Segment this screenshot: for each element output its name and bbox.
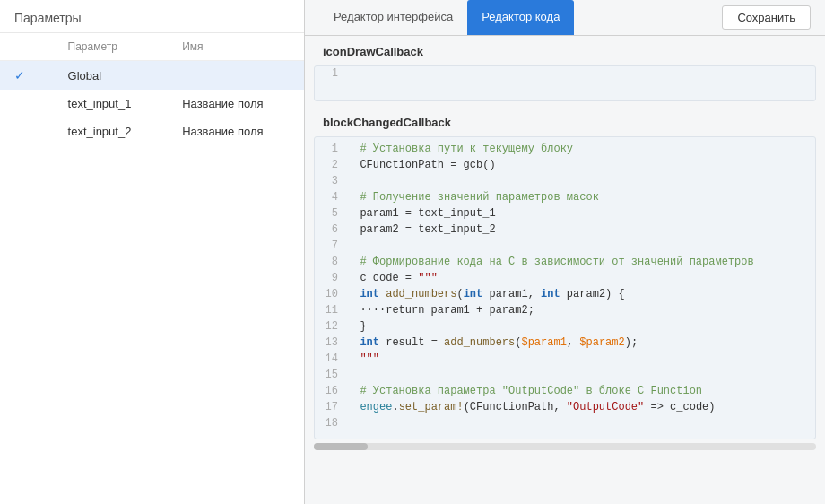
param-row[interactable]: ✓Global	[0, 61, 304, 91]
param-display-name	[168, 61, 304, 91]
line-number: 18	[315, 417, 347, 430]
editor-area[interactable]: iconDrawCallback 1 blockChangedCallback …	[305, 36, 825, 504]
line-text: param1 = text_input_1	[347, 207, 815, 220]
line-num: 1	[315, 66, 347, 79]
line-number: 12	[315, 320, 347, 333]
code-line: 7	[315, 239, 815, 256]
code-line: 17 engee.set_param!(CFunctionPath, "Outp…	[315, 401, 815, 417]
icon-code-block: 1	[314, 65, 816, 101]
line-number: 11	[315, 304, 347, 317]
code-line: 13 int result = add_numbers($param1, $pa…	[315, 336, 815, 352]
right-panel: Редактор интерфейса Редактор кода Сохран…	[305, 0, 825, 504]
param-row[interactable]: text_input_1Название поля	[0, 90, 304, 117]
param-display-name: Название поля	[168, 117, 304, 145]
line-text: }	[347, 320, 815, 333]
line-text: c_code = """	[347, 272, 815, 284]
code-line: 6 param2 = text_input_2	[315, 223, 815, 239]
code-line: 10 int add_numbers(int param1, int param…	[315, 288, 815, 304]
code-line: 14 """	[315, 352, 815, 369]
line-text: param2 = text_input_2	[347, 223, 815, 236]
line-number: 8	[315, 256, 347, 268]
tab-interface[interactable]: Редактор интерфейса	[319, 0, 467, 35]
line-number: 3	[315, 175, 347, 187]
line-text: engee.set_param!(CFunctionPath, "OutputC…	[347, 401, 815, 413]
editor-header: Редактор интерфейса Редактор кода Сохран…	[305, 0, 825, 36]
param-name: text_input_2	[54, 117, 169, 145]
param-name: text_input_1	[54, 90, 169, 117]
col-param	[0, 33, 54, 61]
line-text: ····return param1 + param2;	[347, 304, 815, 317]
code-line: 1 # Установка пути к текущему блоку	[315, 143, 815, 159]
line-text: # Установка пути к текущему блоку	[347, 143, 815, 155]
line-number: 13	[315, 336, 347, 349]
line-text: """	[347, 352, 815, 365]
code-line: 3	[315, 175, 815, 191]
check-cell: ✓	[0, 61, 54, 91]
panel-title: Параметры	[0, 0, 304, 33]
block-code-block: 1 # Установка пути к текущему блоку2 CFu…	[314, 136, 816, 439]
col-name-label: Имя	[168, 33, 304, 61]
line-number: 9	[315, 272, 347, 284]
line-number: 10	[315, 288, 347, 300]
check-cell	[0, 90, 54, 117]
line-text: # Получение значений параметров масок	[347, 191, 815, 204]
code-line: 9 c_code = """	[315, 272, 815, 288]
code-line: 12 }	[315, 320, 815, 336]
code-line: 5 param1 = text_input_1	[315, 207, 815, 223]
code-line: 18	[315, 417, 815, 433]
line-number: 7	[315, 239, 347, 252]
tab-code[interactable]: Редактор кода	[467, 0, 574, 35]
code-line: 11 ····return param1 + param2;	[315, 304, 815, 320]
param-name: Global	[54, 61, 169, 91]
scrollbar[interactable]	[314, 443, 816, 450]
line-text: CFunctionPath = gcb()	[347, 159, 815, 171]
param-display-name: Название поля	[168, 90, 304, 117]
line-number: 4	[315, 191, 347, 204]
line-number: 14	[315, 352, 347, 365]
line-text: int add_numbers(int param1, int param2) …	[347, 288, 815, 300]
line-text: int result = add_numbers($param1, $param…	[347, 336, 815, 349]
code-line: 15	[315, 369, 815, 385]
section-title-block: blockChangedCallback	[305, 107, 825, 133]
line-text: # Установка параметра "OutputCode" в бло…	[347, 385, 815, 397]
line-number: 2	[315, 159, 347, 171]
line-text: # Формирование кода на С в зависимости о…	[347, 256, 815, 268]
code-line: 2 CFunctionPath = gcb()	[315, 159, 815, 175]
param-row[interactable]: text_input_2Название поля	[0, 117, 304, 145]
line-number: 15	[315, 369, 347, 381]
check-cell	[0, 117, 54, 145]
scrollbar-thumb[interactable]	[314, 443, 368, 450]
line-number: 17	[315, 401, 347, 413]
col-param-label: Параметр	[54, 33, 169, 61]
line-number: 5	[315, 207, 347, 220]
section-title-icon: iconDrawCallback	[305, 36, 825, 62]
code-line: 16 # Установка параметра "OutputCode" в …	[315, 385, 815, 401]
save-button[interactable]: Сохранить	[722, 5, 811, 30]
code-line: 4 # Получение значений параметров масок	[315, 191, 815, 207]
left-panel: Параметры Параметр Имя ✓Globaltext_input…	[0, 0, 305, 504]
line-number: 1	[315, 143, 347, 155]
check-icon: ✓	[14, 68, 29, 83]
code-line: 8 # Формирование кода на С в зависимости…	[315, 256, 815, 272]
param-table: Параметр Имя ✓Globaltext_input_1Название…	[0, 33, 304, 145]
line-number: 6	[315, 223, 347, 236]
line-number: 16	[315, 385, 347, 397]
